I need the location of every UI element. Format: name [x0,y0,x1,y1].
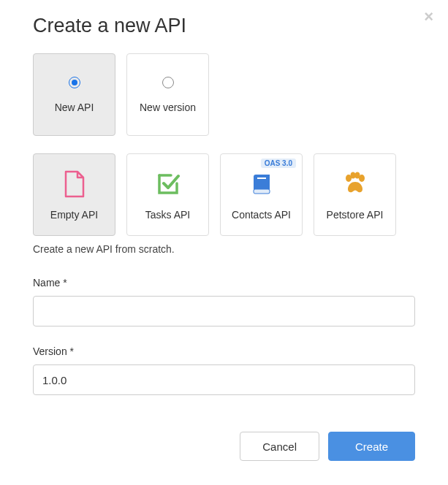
check-icon [155,169,181,199]
radio-icon [69,77,80,88]
version-input[interactable] [33,364,415,395]
type-card-new-api[interactable]: New API [33,53,115,136]
svg-rect-0 [254,189,270,194]
dialog-title: Create a new API [33,15,415,37]
file-icon [63,169,86,199]
cancel-button[interactable]: Cancel [240,432,319,461]
dialog-footer: Cancel Create [33,432,415,461]
radio-icon [162,77,174,88]
template-label: Empty API [50,209,98,221]
template-label: Petstore API [327,209,384,221]
type-label: New version [140,102,196,113]
book-icon [251,169,273,199]
template-selector: Empty API Tasks API OAS 3.0 Contacts API… [33,153,415,236]
type-card-new-version[interactable]: New version [126,53,209,136]
name-label: Name * [33,277,415,289]
svg-point-5 [350,172,355,178]
template-card-tasks[interactable]: Tasks API [126,153,209,236]
version-label: Version * [33,345,415,357]
template-label: Contacts API [232,209,291,221]
name-input[interactable] [33,296,415,326]
svg-point-6 [354,172,360,178]
template-card-contacts[interactable]: OAS 3.0 Contacts API [220,153,303,236]
oas-badge: OAS 3.0 [261,159,296,168]
template-description: Create a new API from scratch. [33,243,415,255]
type-selector: New API New version [33,53,415,136]
close-icon[interactable]: × [424,9,433,25]
type-label: New API [55,102,94,113]
template-label: Tasks API [145,209,190,221]
template-card-empty[interactable]: Empty API [33,153,115,236]
create-button[interactable]: Create [328,432,415,461]
template-card-petstore[interactable]: Petstore API [314,153,396,236]
paw-icon [342,169,368,199]
